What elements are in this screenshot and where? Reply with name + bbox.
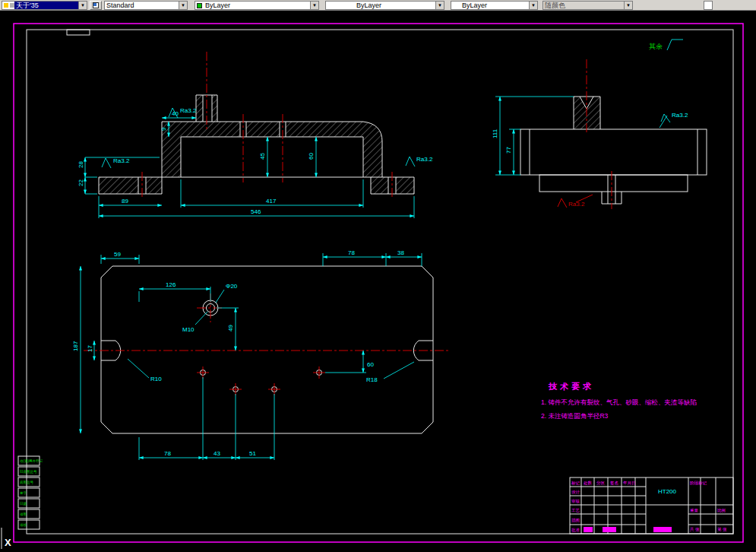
dim-text: 45 xyxy=(259,153,266,160)
tech-req-title: 技术要求 xyxy=(548,382,594,391)
title-block-grid xyxy=(570,477,733,534)
layer-dropdown[interactable]: 天于'35 ▼ xyxy=(2,1,87,10)
plan-outline xyxy=(101,266,433,433)
dim-text: 78 xyxy=(164,450,171,457)
dim-text: R10 xyxy=(150,376,162,382)
cell-label: 描图 xyxy=(571,518,580,523)
plotstyle-value: 随颜色 xyxy=(543,2,624,10)
dim-text: 22 xyxy=(77,179,84,186)
text-style-value: Standard xyxy=(105,2,179,10)
roughness-text: Ra3.2 xyxy=(180,107,197,114)
dim-text: 78 xyxy=(348,249,355,256)
text-style-dropdown[interactable]: Standard ▼ xyxy=(104,1,188,10)
chevron-down-icon: ▼ xyxy=(624,2,632,9)
frame-label: 描图 xyxy=(19,512,27,516)
chevron-down-icon[interactable]: ▼ xyxy=(78,2,87,9)
dim-text: 417 xyxy=(266,198,277,205)
dim-text: 49 xyxy=(227,325,234,332)
dim-text: R18 xyxy=(366,376,378,383)
dim-text: Φ20 xyxy=(226,283,238,290)
roughness-symbol-icon xyxy=(102,158,111,168)
dim-text: 17 xyxy=(87,345,93,352)
layer-sheet-icon xyxy=(93,2,99,8)
frame-label: 签字 xyxy=(20,491,27,495)
cell-label: 第 张 xyxy=(717,527,727,532)
cell-label: 分区 xyxy=(596,481,606,485)
cell-label: 重量 xyxy=(690,508,699,512)
plotstyle-dropdown: 随颜色 ▼ xyxy=(542,1,633,10)
color-swatch-icon xyxy=(197,3,202,8)
dim-text: M10 xyxy=(182,326,195,333)
dim-text: 9 xyxy=(160,127,167,131)
chevron-down-icon[interactable]: ▼ xyxy=(310,2,318,9)
cad-application-window: 天于'35 ▼ Standard ▼ ByLayer ▼ ByLayer ▼ B… xyxy=(0,0,756,552)
cell-label: 共 张 xyxy=(689,527,700,532)
dim-text: 60 xyxy=(367,361,374,368)
tech-requirements: 技术要求 1. 铸件不允许有裂纹、气孔、砂眼、缩松、夹渣等缺陷 2. 未注铸造圆… xyxy=(541,382,697,420)
dim-text: 43 xyxy=(214,450,220,457)
drawing-svg: 借(通)用件登记 旧底图总号 底图总号 签字 日期 描图 描校 其余 xyxy=(0,11,756,552)
side-view: 111 77 Ra3.2 Ra3.2 xyxy=(492,59,707,209)
chevron-down-icon[interactable]: ▼ xyxy=(529,2,537,9)
lineweight-dropdown[interactable]: ByLayer ▼ xyxy=(451,1,538,10)
ucs-icon: X xyxy=(2,528,11,549)
roughness-text: Ra3.2 xyxy=(416,156,433,163)
frame-label: 描校 xyxy=(19,523,27,527)
dim-text: 77 xyxy=(505,147,512,154)
roughness-symbol-icon xyxy=(667,40,683,50)
cell-label: 设计 xyxy=(571,490,580,494)
dim-text: 59 xyxy=(114,251,121,258)
surface-note-text: 其余 xyxy=(649,43,663,50)
plan-dimensions: 126 Φ20 M10 49 60 59 78 38 xyxy=(72,249,422,460)
dim-text: 38 xyxy=(397,249,404,256)
frame-label: 底图总号 xyxy=(20,481,34,484)
color-dropdown[interactable]: ByLayer ▼ xyxy=(195,1,319,10)
linetype-value: ByLayer xyxy=(326,2,435,10)
layer-dropdown-value: 天于'35 xyxy=(14,2,78,9)
dim-text: 126 xyxy=(166,281,176,288)
linetype-dropdown[interactable]: ByLayer ▼ xyxy=(325,1,444,10)
title-block-filled-cells xyxy=(584,527,672,532)
model-space-canvas[interactable]: 借(通)用件登记 旧底图总号 底图总号 签字 日期 描图 描校 其余 xyxy=(0,11,756,552)
tech-req-item: 2. 未注铸造圆角半径R3 xyxy=(541,412,609,420)
tech-req-item: 1. 铸件不允许有裂纹、气孔、砂眼、缩松、夹渣等缺陷 xyxy=(541,398,697,406)
chevron-down-icon[interactable]: ▼ xyxy=(435,2,444,9)
make-layer-current-button[interactable] xyxy=(90,1,102,10)
dim-text: 51 xyxy=(249,450,256,457)
cell-label: 签名 xyxy=(610,481,618,486)
cell-label: 比例 xyxy=(717,508,726,513)
cell-label: 标记 xyxy=(571,481,580,486)
material-label: HT200 xyxy=(658,488,677,495)
dim-text: 546 xyxy=(251,208,261,215)
cell-label: 审核 xyxy=(571,499,580,503)
cell-label: 年月日 xyxy=(623,481,636,486)
cell-label: 处数 xyxy=(584,481,593,486)
dim-text: 60 xyxy=(308,153,315,160)
chevron-down-icon[interactable]: ▼ xyxy=(179,2,187,9)
cell-label: 阶段标记 xyxy=(690,481,707,486)
lineweight-value: ByLayer xyxy=(451,2,529,10)
sheet-borders xyxy=(14,24,743,542)
roughness-text: Ra3.2 xyxy=(672,112,688,119)
toolbar-partial-control[interactable] xyxy=(704,1,713,10)
color-value: ByLayer xyxy=(204,2,310,10)
dim-text: 187 xyxy=(72,341,79,351)
ucs-x-axis-label: X xyxy=(5,537,11,548)
roughness-symbol-icon xyxy=(558,198,567,208)
title-block: HT200 标记 处数 分区 签名 年月日 设计 审核 工艺 描图 批准 阶段标… xyxy=(570,477,733,534)
cell-label: 批准 xyxy=(571,528,580,533)
frame-label: 旧底图总号 xyxy=(20,469,37,474)
front-section-view: 417 546 89 22 28 40 9 45 60 xyxy=(77,52,433,218)
surface-roughness-note: 其余 xyxy=(649,40,683,50)
frame-label: 借(通)用件登记 xyxy=(20,458,43,463)
dim-text: 89 xyxy=(122,198,128,205)
plan-view: 126 Φ20 M10 49 60 59 78 38 xyxy=(72,249,451,460)
plan-centerlines xyxy=(84,293,451,395)
properties-toolbar: 天于'35 ▼ Standard ▼ ByLayer ▼ ByLayer ▼ B… xyxy=(0,0,756,11)
layer-bulb-icon xyxy=(4,3,8,8)
cell-label: 工艺 xyxy=(571,508,580,512)
roughness-text: Ra3.2 xyxy=(113,157,130,164)
frame-left-labels: 借(通)用件登记 旧底图总号 底图总号 签字 日期 描图 描校 xyxy=(18,456,43,529)
dim-text: 111 xyxy=(492,128,498,138)
frame-label: 日期 xyxy=(20,502,27,506)
